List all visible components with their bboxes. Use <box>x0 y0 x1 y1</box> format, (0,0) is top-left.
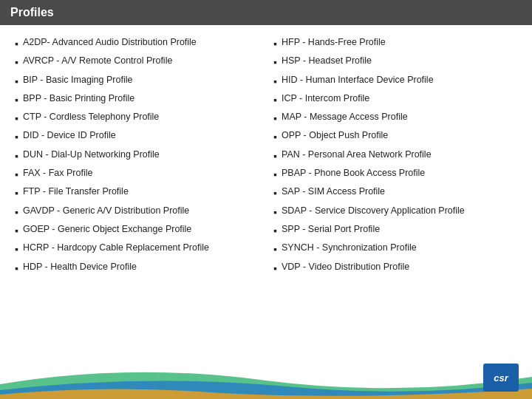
bullet-icon: ▪ <box>273 74 277 89</box>
profile-label: SAP - SIM Access Profile <box>282 185 517 198</box>
list-item: ▪BIP - Basic Imaging Profile <box>15 73 259 89</box>
list-item: ▪SAP - SIM Access Profile <box>273 185 517 200</box>
profile-label: HDP - Health Device Profile <box>23 260 259 273</box>
page-title: Profiles <box>10 6 54 19</box>
bullet-icon: ▪ <box>273 261 277 276</box>
profile-label: SYNCH - Synchronization Profile <box>282 241 517 254</box>
bullet-icon: ▪ <box>273 36 277 51</box>
profile-label: DID - Device ID Profile <box>23 129 259 142</box>
list-item: ▪PBAP - Phone Book Access Profile <box>273 166 517 182</box>
profile-label: BPP - Basic Printing Profile <box>23 92 259 105</box>
profile-label: HID - Human Interface Device Profile <box>282 73 517 86</box>
profile-label: SDAP - Service Discovery Application Pro… <box>282 204 517 217</box>
profile-label: GOEP - Generic Object Exchange Profile <box>23 222 259 236</box>
list-item: ▪FAX - Fax Profile <box>15 166 259 182</box>
main-content: ▪A2DP- Advanced Audio Distribution Profi… <box>0 25 532 286</box>
bullet-icon: ▪ <box>15 149 18 163</box>
bullet-icon: ▪ <box>15 167 18 182</box>
bullet-icon: ▪ <box>273 111 277 126</box>
list-item: ▪VDP - Video Distribution Profile <box>273 260 517 276</box>
list-item: ▪AVRCP - A/V Remote Control Profile <box>15 54 259 69</box>
bullet-icon: ▪ <box>273 167 277 182</box>
bullet-icon: ▪ <box>15 185 18 200</box>
profile-label: BIP - Basic Imaging Profile <box>23 73 259 86</box>
bullet-icon: ▪ <box>15 74 18 89</box>
list-item: ▪SDAP - Service Discovery Application Pr… <box>273 204 517 219</box>
bullet-icon: ▪ <box>15 92 18 107</box>
bullet-icon: ▪ <box>15 55 18 69</box>
bullet-icon: ▪ <box>273 92 277 107</box>
profile-label: FAX - Fax Profile <box>23 166 259 180</box>
profile-label: FTP - File Transfer Profile <box>23 185 259 198</box>
profile-label: OPP - Object Push Profile <box>282 129 517 142</box>
list-item: ▪CTP - Cordless Telephony Profile <box>15 110 259 126</box>
left-column: ▪A2DP- Advanced Audio Distribution Profi… <box>15 35 259 279</box>
profile-label: VDP - Video Distribution Profile <box>282 260 517 273</box>
bullet-icon: ▪ <box>273 185 277 200</box>
profile-label: ICP - Intercom Profile <box>282 92 517 105</box>
bullet-icon: ▪ <box>273 55 277 69</box>
profile-label: HCRP - Hardcopy Cable Replacement Profil… <box>23 241 259 254</box>
profile-label: A2DP- Advanced Audio Distribution Profil… <box>23 35 259 49</box>
list-item: ▪MAP - Message Access Profile <box>273 110 517 126</box>
list-item: ▪GAVDP - Generic A/V Distribution Profil… <box>15 204 259 219</box>
csr-logo: csr <box>483 364 519 392</box>
bullet-icon: ▪ <box>15 205 18 219</box>
list-item: ▪HFP - Hands-Free Profile <box>273 35 517 51</box>
profile-label: CTP - Cordless Telephony Profile <box>23 110 259 123</box>
logo-text: csr <box>494 372 508 383</box>
footer-decoration <box>0 355 532 399</box>
page-header: Profiles <box>0 0 532 25</box>
bullet-icon: ▪ <box>15 129 18 144</box>
bullet-icon: ▪ <box>273 242 277 256</box>
bullet-icon: ▪ <box>273 129 277 144</box>
bullet-icon: ▪ <box>273 149 277 163</box>
profile-label: GAVDP - Generic A/V Distribution Profile <box>23 204 259 217</box>
bullet-icon: ▪ <box>15 242 18 256</box>
list-item: ▪A2DP- Advanced Audio Distribution Profi… <box>15 35 259 51</box>
bullet-icon: ▪ <box>273 223 277 238</box>
list-item: ▪HCRP - Hardcopy Cable Replacement Profi… <box>15 241 259 256</box>
list-item: ▪FTP - File Transfer Profile <box>15 185 259 200</box>
list-item: ▪HID - Human Interface Device Profile <box>273 73 517 89</box>
bullet-icon: ▪ <box>15 261 18 276</box>
profile-label: MAP - Message Access Profile <box>282 110 517 123</box>
bullet-icon: ▪ <box>15 111 18 126</box>
bullet-icon: ▪ <box>15 36 18 51</box>
list-item: ▪BPP - Basic Printing Profile <box>15 92 259 107</box>
list-item: ▪DUN - Dial-Up Networking Profile <box>15 148 259 163</box>
profile-label: SPP - Serial Port Profile <box>282 222 517 236</box>
profile-label: AVRCP - A/V Remote Control Profile <box>23 54 259 67</box>
list-item: ▪GOEP - Generic Object Exchange Profile <box>15 222 259 238</box>
list-item: ▪OPP - Object Push Profile <box>273 129 517 144</box>
list-item: ▪HSP - Headset Profile <box>273 54 517 69</box>
profile-label: DUN - Dial-Up Networking Profile <box>23 148 259 161</box>
profile-label: HFP - Hands-Free Profile <box>282 35 517 49</box>
profile-label: HSP - Headset Profile <box>282 54 517 67</box>
list-item: ▪SPP - Serial Port Profile <box>273 222 517 238</box>
bullet-icon: ▪ <box>15 223 18 238</box>
list-item: ▪HDP - Health Device Profile <box>15 260 259 276</box>
list-item: ▪PAN - Personal Area Network Profile <box>273 148 517 163</box>
list-item: ▪ICP - Intercom Profile <box>273 92 517 107</box>
profile-label: PBAP - Phone Book Access Profile <box>282 166 517 180</box>
list-item: ▪SYNCH - Synchronization Profile <box>273 241 517 256</box>
profile-label: PAN - Personal Area Network Profile <box>282 148 517 161</box>
right-column: ▪HFP - Hands-Free Profile▪HSP - Headset … <box>273 35 517 279</box>
list-item: ▪DID - Device ID Profile <box>15 129 259 144</box>
bullet-icon: ▪ <box>273 205 277 219</box>
